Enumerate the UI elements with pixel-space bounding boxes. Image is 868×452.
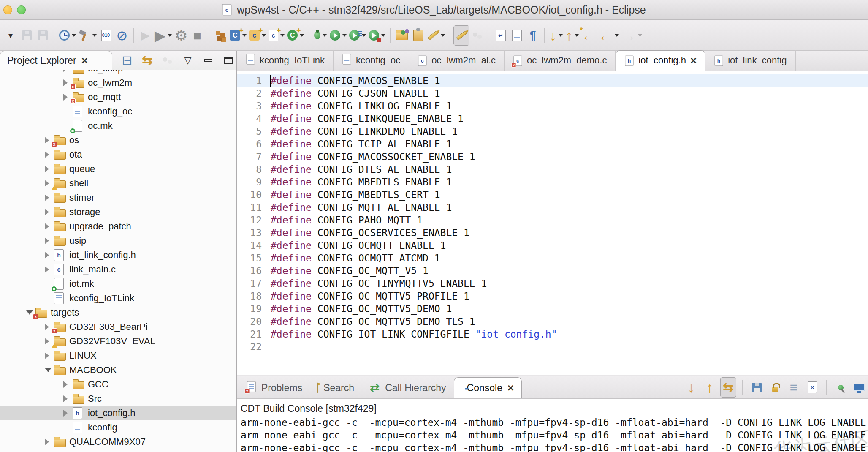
clear-console-button[interactable]: × xyxy=(804,377,820,398)
code-line-18[interactable]: 18#define CONFIG_OC_MQTTV5_PROFILE 1 xyxy=(237,290,868,302)
tree-item-kconfig[interactable]: kconfig xyxy=(0,420,236,435)
code-line-9[interactable]: 9#define CONFIG_MBEDTLS_ENABLE 1 xyxy=(237,176,868,188)
tree-item-GD32VF103V_EVAL[interactable]: GD32VF103V_EVAL xyxy=(0,334,236,349)
tree-item-LINUX[interactable]: LINUX xyxy=(0,349,236,363)
chevron-down-icon[interactable] xyxy=(45,368,54,372)
window-zoom-light[interactable] xyxy=(17,5,26,14)
pin-console-button[interactable] xyxy=(833,377,849,398)
mcu-blocks-button[interactable] xyxy=(212,25,228,46)
last-edit-location-button[interactable]: ←* xyxy=(580,25,597,46)
chevron-right-icon[interactable] xyxy=(45,352,54,359)
open-console-button[interactable] xyxy=(851,377,867,398)
open-resource-button[interactable] xyxy=(410,25,426,46)
tree-item-ota[interactable]: ota xyxy=(0,147,236,162)
code-line-8[interactable]: 8#define CONFIG_DTLS_AL_ENABLE 1 xyxy=(237,163,868,176)
close-icon[interactable]: × xyxy=(690,55,697,66)
maximize-button[interactable] xyxy=(220,50,236,71)
new-header-button[interactable]: c+ xyxy=(248,25,267,46)
tree-item-link_main.c[interactable]: clink_main.c xyxy=(0,262,236,277)
code-line-20[interactable]: 20#define CONFIG_OC_MQTTV5_DEMO_TLS 1 xyxy=(237,315,868,328)
code-line-6[interactable]: 6#define CONFIG_TCIP_AL_ENABLE 1 xyxy=(237,138,868,150)
console-tab-search[interactable]: Search xyxy=(310,377,362,398)
show-console-on-output-button[interactable]: ⇆ xyxy=(720,377,736,398)
tree-item-storage[interactable]: storage xyxy=(0,205,236,219)
code-line-5[interactable]: 5#define CONFIG_LINKDEMO_ENABLE 1 xyxy=(237,125,868,138)
resume-button[interactable]: ▶ xyxy=(137,25,153,46)
code-line-11[interactable]: 11#define CONFIG_MQTT_AL_ENABLE 1 xyxy=(237,201,868,214)
code-line-15[interactable]: 15#define CONFIG_OCMQTT_ATCMD 1 xyxy=(237,252,868,264)
terminate-button[interactable]: ■ xyxy=(189,25,205,46)
window-minimize-light[interactable] xyxy=(3,5,12,14)
show-source-button[interactable]: ↵ xyxy=(493,25,509,46)
tree-item-kconfig_oc[interactable]: kconfig_oc xyxy=(0,104,236,119)
chevron-right-icon[interactable] xyxy=(45,266,54,273)
run-button[interactable] xyxy=(328,25,348,46)
tree-item-queue[interactable]: queue xyxy=(0,162,236,176)
next-error-button[interactable]: ↓ xyxy=(683,377,699,398)
view-menu-button[interactable]: ▽ xyxy=(180,50,196,71)
mark-occurrences-button[interactable] xyxy=(453,25,469,46)
code-line-2[interactable]: 2#define CONFIG_CJSON_ENABLE 1 xyxy=(237,87,868,100)
debug-target-button[interactable] xyxy=(58,25,77,46)
tree-item-Src[interactable]: Src xyxy=(0,392,236,406)
profile-button[interactable]: ⚙ xyxy=(173,25,189,46)
new-c-project-button[interactable]: C+ xyxy=(286,25,305,46)
chevron-right-icon[interactable] xyxy=(45,194,54,201)
explorer-tree-body[interactable]: oc_coapxoc_lwm2mxoc_mqttkconfig_ococ.mkx… xyxy=(0,70,236,452)
editor-tab-oc_lwm2m_al.c[interactable]: coc_lwm2m_al.c xyxy=(409,50,505,71)
chevron-right-icon[interactable] xyxy=(45,166,54,172)
editor-tab-iot_config.h[interactable]: hiot_config.h× xyxy=(616,50,705,71)
tree-item-QUALCOMM9X07[interactable]: QUALCOMM9X07 xyxy=(0,435,236,449)
code-line-13[interactable]: 13#define CONFIG_OCSERVICES_ENABLE 1 xyxy=(237,226,868,239)
skip-breakpoints-button[interactable]: ⊘ xyxy=(114,25,130,46)
new-class-button[interactable]: C+ xyxy=(228,25,248,46)
tab-project-explorer[interactable]: Project Explorer × xyxy=(0,51,112,70)
tree-item-iot_config.h[interactable]: hiot_config.h xyxy=(0,406,236,420)
tree-item-oc_coap[interactable]: oc_coap xyxy=(0,70,236,76)
console-tab-call-hierarchy[interactable]: ⇄Call Hierarchy xyxy=(362,377,454,398)
chevron-right-icon[interactable] xyxy=(63,381,73,388)
tree-item-oc.mk[interactable]: oc.mk xyxy=(0,119,236,133)
tree-item-shell[interactable]: shell xyxy=(0,176,236,191)
binary-file-button[interactable]: 010 xyxy=(98,25,114,46)
save-button[interactable] xyxy=(19,25,35,46)
tree-item-MACBOOK[interactable]: MACBOOK xyxy=(0,363,236,377)
chevron-right-icon[interactable] xyxy=(45,237,54,244)
run-last-button[interactable]: ▶ xyxy=(153,25,173,46)
editor-tab-kconfig_IoTLink[interactable]: kconfig_IoTLink xyxy=(237,50,334,71)
code-line-4[interactable]: 4#define CONFIG_LINKQUEUE_ENABLE 1 xyxy=(237,112,868,125)
focus-task-button[interactable] xyxy=(160,50,176,71)
code-line-21[interactable]: 21#define CONFIG_IOT_LINK_CONFIGFILE "io… xyxy=(237,328,868,340)
minimize-button[interactable] xyxy=(200,50,216,71)
chevron-right-icon[interactable] xyxy=(45,151,54,158)
chevron-right-icon[interactable] xyxy=(63,70,73,72)
search-button[interactable] xyxy=(426,25,446,46)
code-line-19[interactable]: 19#define CONFIG_OC_MQTTV5_DEMO 1 xyxy=(237,302,868,315)
code-line-1[interactable]: 1#define CONFIG_MACOS_ENABLE 1 xyxy=(237,74,868,87)
tree-item-GD32F303_BearPi[interactable]: xGD32F303_BearPi xyxy=(0,320,236,334)
tree-item-stimer[interactable]: stimer xyxy=(0,191,236,205)
code-line-10[interactable]: 10#define CONFIG_MBEDTLS_CERT 1 xyxy=(237,188,868,201)
show-whitespace-button[interactable]: ¶ xyxy=(525,25,541,46)
tree-item-iot.mk[interactable]: iot.mk xyxy=(0,277,236,291)
close-icon[interactable]: × xyxy=(507,382,514,393)
code-line-16[interactable]: 16#define CONFIG_OC_MQTT_V5 1 xyxy=(237,264,868,277)
tree-item-oc_mqtt[interactable]: xoc_mqtt xyxy=(0,90,236,104)
code-line-14[interactable]: 14#define CONFIG_OCMQTT_ENABLE 1 xyxy=(237,239,868,252)
tree-item-os[interactable]: xos xyxy=(0,133,236,147)
save-all-button[interactable] xyxy=(35,25,51,46)
forward-button[interactable]: → xyxy=(620,25,643,46)
chevron-right-icon[interactable] xyxy=(63,410,73,417)
code-line-12[interactable]: 12#define CONFIG_PAHO_MQTT 1 xyxy=(237,214,868,226)
show-selected-element-button[interactable] xyxy=(509,25,525,46)
tree-item-iot_link_config.h[interactable]: hiot_link_config.h xyxy=(0,248,236,262)
open-element-button[interactable] xyxy=(394,25,410,46)
console-tab-problems[interactable]: xProblems xyxy=(239,377,310,398)
code-line-17[interactable]: 17#define CONFIG_OC_TINYMQTTV5_ENABLE 1 xyxy=(237,277,868,290)
scroll-lock-button[interactable] xyxy=(767,377,783,398)
next-annotation-button[interactable]: ↓ xyxy=(548,25,564,46)
close-icon[interactable]: × xyxy=(81,55,88,66)
chevron-right-icon[interactable] xyxy=(45,252,54,259)
previous-error-button[interactable]: ↑ xyxy=(702,377,718,398)
chevron-right-icon[interactable] xyxy=(63,395,73,402)
